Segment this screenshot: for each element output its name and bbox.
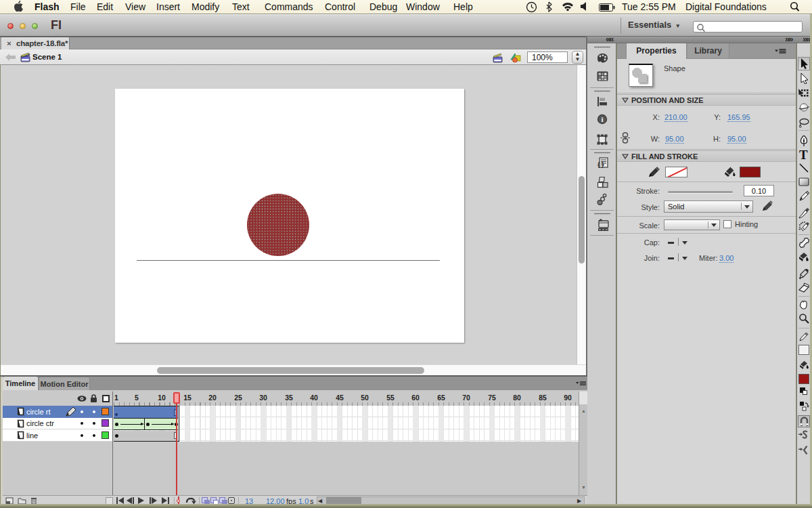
svg-text:{ }: { }	[597, 161, 604, 168]
svg-text:i: i	[601, 115, 603, 123]
